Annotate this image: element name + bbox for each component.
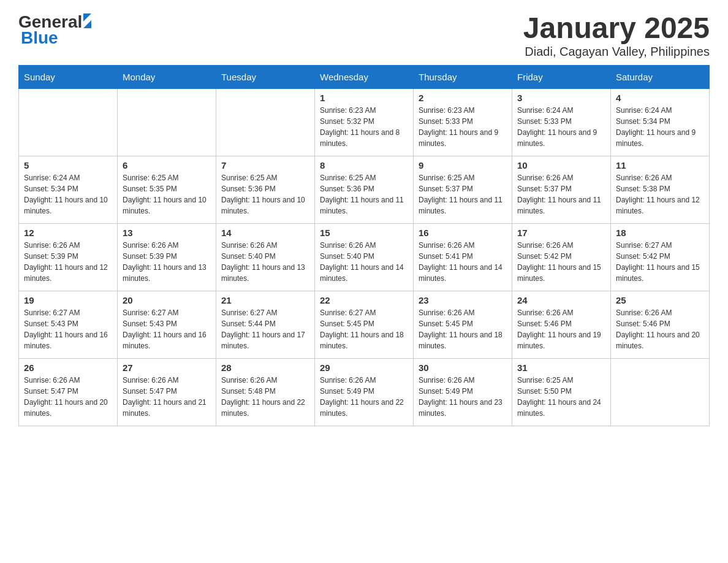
header-friday: Friday [512, 65, 611, 88]
logo: General Blue [18, 12, 91, 48]
day-info: Sunrise: 6:26 AMSunset: 5:49 PMDaylight:… [419, 375, 507, 419]
day-info: Sunrise: 6:25 AMSunset: 5:36 PMDaylight:… [320, 172, 408, 216]
calendar-cell-w2-d6: 10Sunrise: 6:26 AMSunset: 5:37 PMDayligh… [512, 156, 611, 223]
calendar-cell-w2-d5: 9Sunrise: 6:25 AMSunset: 5:37 PMDaylight… [414, 156, 512, 223]
calendar-cell-w2-d1: 5Sunrise: 6:24 AMSunset: 5:34 PMDaylight… [19, 156, 118, 223]
day-info: Sunrise: 6:26 AMSunset: 5:47 PMDaylight:… [123, 375, 211, 419]
calendar-title: January 2025 [523, 12, 710, 45]
day-info: Sunrise: 6:26 AMSunset: 5:39 PMDaylight:… [123, 240, 211, 284]
calendar-cell-w4-d2: 20Sunrise: 6:27 AMSunset: 5:43 PMDayligh… [118, 291, 216, 358]
day-number: 25 [616, 295, 704, 305]
calendar-cell-w1-d5: 2Sunrise: 6:23 AMSunset: 5:33 PMDaylight… [414, 88, 512, 156]
day-info: Sunrise: 6:26 AMSunset: 5:45 PMDaylight:… [419, 307, 507, 351]
day-info: Sunrise: 6:26 AMSunset: 5:41 PMDaylight:… [419, 240, 507, 284]
day-number: 31 [517, 362, 605, 373]
day-info: Sunrise: 6:27 AMSunset: 5:44 PMDaylight:… [221, 307, 309, 351]
day-info: Sunrise: 6:27 AMSunset: 5:45 PMDaylight:… [320, 307, 408, 351]
day-number: 5 [24, 160, 112, 170]
calendar-cell-w2-d4: 8Sunrise: 6:25 AMSunset: 5:36 PMDaylight… [315, 156, 414, 223]
day-info: Sunrise: 6:24 AMSunset: 5:34 PMDaylight:… [24, 172, 112, 216]
calendar-cell-w1-d4: 1Sunrise: 6:23 AMSunset: 5:32 PMDaylight… [315, 88, 414, 156]
calendar-week-4: 19Sunrise: 6:27 AMSunset: 5:43 PMDayligh… [19, 291, 710, 358]
day-number: 15 [320, 228, 408, 238]
calendar-cell-w4-d5: 23Sunrise: 6:26 AMSunset: 5:45 PMDayligh… [414, 291, 512, 358]
day-info: Sunrise: 6:23 AMSunset: 5:33 PMDaylight:… [419, 105, 507, 149]
day-info: Sunrise: 6:25 AMSunset: 5:50 PMDaylight:… [517, 375, 605, 419]
day-number: 14 [221, 228, 309, 238]
calendar-cell-w3-d3: 14Sunrise: 6:26 AMSunset: 5:40 PMDayligh… [216, 223, 315, 291]
day-info: Sunrise: 6:27 AMSunset: 5:43 PMDaylight:… [24, 307, 112, 351]
calendar-week-3: 12Sunrise: 6:26 AMSunset: 5:39 PMDayligh… [19, 223, 710, 291]
page-header: General Blue January 2025 Diadi, Cagayan… [18, 12, 710, 59]
day-info: Sunrise: 6:26 AMSunset: 5:39 PMDaylight:… [24, 240, 112, 284]
calendar-cell-w5-d1: 26Sunrise: 6:26 AMSunset: 5:47 PMDayligh… [19, 358, 118, 426]
calendar-header-row: Sunday Monday Tuesday Wednesday Thursday… [19, 65, 710, 88]
calendar-cell-w5-d5: 30Sunrise: 6:26 AMSunset: 5:49 PMDayligh… [414, 358, 512, 426]
calendar-cell-w4-d3: 21Sunrise: 6:27 AMSunset: 5:44 PMDayligh… [216, 291, 315, 358]
day-info: Sunrise: 6:27 AMSunset: 5:42 PMDaylight:… [616, 240, 704, 284]
calendar-cell-w1-d3 [216, 88, 315, 156]
calendar-cell-w5-d4: 29Sunrise: 6:26 AMSunset: 5:49 PMDayligh… [315, 358, 414, 426]
day-number: 28 [221, 362, 309, 373]
calendar-cell-w2-d2: 6Sunrise: 6:25 AMSunset: 5:35 PMDaylight… [118, 156, 216, 223]
day-info: Sunrise: 6:24 AMSunset: 5:34 PMDaylight:… [616, 105, 704, 149]
title-block: January 2025 Diadi, Cagayan Valley, Phil… [523, 12, 710, 59]
day-info: Sunrise: 6:25 AMSunset: 5:35 PMDaylight:… [123, 172, 211, 216]
calendar-cell-w5-d6: 31Sunrise: 6:25 AMSunset: 5:50 PMDayligh… [512, 358, 611, 426]
day-number: 9 [419, 160, 507, 170]
calendar-cell-w3-d6: 17Sunrise: 6:26 AMSunset: 5:42 PMDayligh… [512, 223, 611, 291]
header-wednesday: Wednesday [315, 65, 414, 88]
day-info: Sunrise: 6:27 AMSunset: 5:43 PMDaylight:… [123, 307, 211, 351]
day-number: 20 [123, 295, 211, 305]
logo-blue-text: Blue [21, 28, 58, 48]
day-info: Sunrise: 6:26 AMSunset: 5:46 PMDaylight:… [616, 307, 704, 351]
calendar-cell-w1-d1 [19, 88, 118, 156]
calendar-week-5: 26Sunrise: 6:26 AMSunset: 5:47 PMDayligh… [19, 358, 710, 426]
calendar-cell-w1-d6: 3Sunrise: 6:24 AMSunset: 5:33 PMDaylight… [512, 88, 611, 156]
day-number: 10 [517, 160, 605, 170]
calendar-cell-w2-d7: 11Sunrise: 6:26 AMSunset: 5:38 PMDayligh… [611, 156, 710, 223]
day-number: 29 [320, 362, 408, 373]
day-number: 21 [221, 295, 309, 305]
day-number: 19 [24, 295, 112, 305]
day-number: 24 [517, 295, 605, 305]
day-info: Sunrise: 6:26 AMSunset: 5:48 PMDaylight:… [221, 375, 309, 419]
day-number: 27 [123, 362, 211, 373]
calendar-cell-w1-d7: 4Sunrise: 6:24 AMSunset: 5:34 PMDaylight… [611, 88, 710, 156]
day-info: Sunrise: 6:26 AMSunset: 5:42 PMDaylight:… [517, 240, 605, 284]
calendar-cell-w3-d7: 18Sunrise: 6:27 AMSunset: 5:42 PMDayligh… [611, 223, 710, 291]
day-number: 12 [24, 228, 112, 238]
day-info: Sunrise: 6:25 AMSunset: 5:36 PMDaylight:… [221, 172, 309, 216]
day-number: 8 [320, 160, 408, 170]
header-saturday: Saturday [611, 65, 710, 88]
calendar-cell-w4-d1: 19Sunrise: 6:27 AMSunset: 5:43 PMDayligh… [19, 291, 118, 358]
calendar-cell-w2-d3: 7Sunrise: 6:25 AMSunset: 5:36 PMDaylight… [216, 156, 315, 223]
calendar-cell-w3-d1: 12Sunrise: 6:26 AMSunset: 5:39 PMDayligh… [19, 223, 118, 291]
day-number: 1 [320, 93, 408, 103]
calendar-week-1: 1Sunrise: 6:23 AMSunset: 5:32 PMDaylight… [19, 88, 710, 156]
day-info: Sunrise: 6:26 AMSunset: 5:46 PMDaylight:… [517, 307, 605, 351]
calendar-subtitle: Diadi, Cagayan Valley, Philippines [523, 45, 710, 59]
day-number: 22 [320, 295, 408, 305]
day-info: Sunrise: 6:26 AMSunset: 5:38 PMDaylight:… [616, 172, 704, 216]
calendar-cell-w5-d2: 27Sunrise: 6:26 AMSunset: 5:47 PMDayligh… [118, 358, 216, 426]
calendar-cell-w1-d2 [118, 88, 216, 156]
day-info: Sunrise: 6:26 AMSunset: 5:40 PMDaylight:… [320, 240, 408, 284]
header-sunday: Sunday [19, 65, 118, 88]
header-monday: Monday [118, 65, 216, 88]
day-number: 3 [517, 93, 605, 103]
day-number: 26 [24, 362, 112, 373]
day-number: 4 [616, 93, 704, 103]
day-number: 6 [123, 160, 211, 170]
day-info: Sunrise: 6:25 AMSunset: 5:37 PMDaylight:… [419, 172, 507, 216]
calendar-cell-w4-d6: 24Sunrise: 6:26 AMSunset: 5:46 PMDayligh… [512, 291, 611, 358]
day-number: 18 [616, 228, 704, 238]
calendar-cell-w5-d3: 28Sunrise: 6:26 AMSunset: 5:48 PMDayligh… [216, 358, 315, 426]
day-number: 13 [123, 228, 211, 238]
calendar-week-2: 5Sunrise: 6:24 AMSunset: 5:34 PMDaylight… [19, 156, 710, 223]
day-info: Sunrise: 6:23 AMSunset: 5:32 PMDaylight:… [320, 105, 408, 149]
calendar-cell-w3-d4: 15Sunrise: 6:26 AMSunset: 5:40 PMDayligh… [315, 223, 414, 291]
day-info: Sunrise: 6:26 AMSunset: 5:49 PMDaylight:… [320, 375, 408, 419]
calendar-cell-w3-d2: 13Sunrise: 6:26 AMSunset: 5:39 PMDayligh… [118, 223, 216, 291]
day-info: Sunrise: 6:26 AMSunset: 5:47 PMDaylight:… [24, 375, 112, 419]
